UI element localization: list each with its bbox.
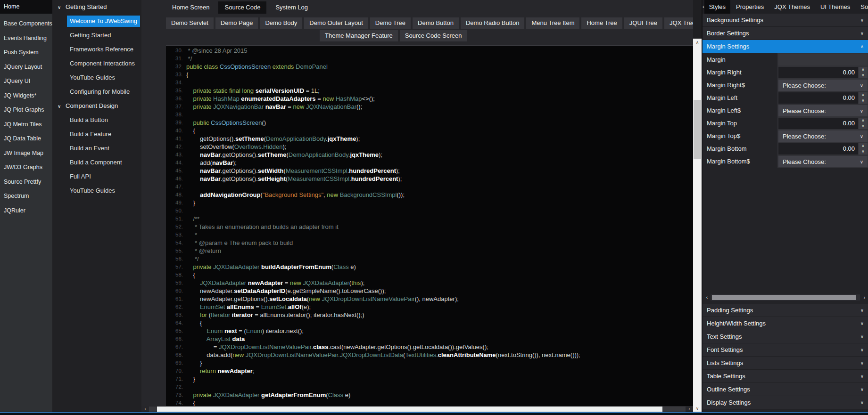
hscroll-thumb[interactable] bbox=[157, 407, 662, 412]
panel-hscroll-thumb[interactable] bbox=[712, 295, 856, 300]
sidebar-item-push-system[interactable]: Push System bbox=[0, 45, 52, 60]
accordion-margin-settings[interactable]: Margin Settings∧ bbox=[703, 40, 868, 53]
accordion-padding-settings[interactable]: Padding Settings∨ bbox=[703, 304, 868, 317]
line-number: 37. bbox=[166, 103, 183, 111]
accordion-text-settings[interactable]: Text Settings∨ bbox=[703, 330, 868, 343]
code-line: 66. ArrayList data bbox=[166, 335, 693, 343]
vscroll-thumb[interactable] bbox=[694, 100, 701, 159]
scroll-up-icon[interactable]: ∧ bbox=[693, 39, 702, 46]
tree-item-build-an-event[interactable]: Build an Event bbox=[52, 141, 141, 155]
accordion-lists-settings[interactable]: Lists Settings∨ bbox=[703, 357, 868, 370]
sidebar-item-jw-d3-graphs[interactable]: JW/D3 Graphs bbox=[0, 160, 52, 175]
tab-styles[interactable]: Styles bbox=[704, 0, 730, 14]
code-hscrollbar[interactable]: ‹ › bbox=[141, 406, 693, 412]
tab-properties[interactable]: Properties bbox=[731, 0, 769, 14]
tab-demo-radio-button[interactable]: Demo Radio Button bbox=[461, 17, 524, 29]
label-margin-left: Margin Left bbox=[703, 91, 777, 104]
panel-hscrollbar[interactable]: ‹ › bbox=[703, 293, 868, 301]
code-vscrollbar[interactable]: ∧ ∨ bbox=[693, 39, 702, 412]
tree-item-youtube-guides[interactable]: YouTube Guides bbox=[52, 184, 141, 198]
accordion-display-settings[interactable]: Display Settings∨ bbox=[703, 396, 868, 409]
tab-demo-outer-layout[interactable]: Demo Outer Layout bbox=[304, 17, 368, 29]
spinner-down-icon[interactable]: ∨ bbox=[859, 98, 868, 104]
tree-item-youtube-guides[interactable]: YouTube Guides bbox=[52, 71, 141, 85]
tree-item-build-a-button[interactable]: Build a Button bbox=[52, 113, 141, 127]
tree-group-component-design[interactable]: ∨Component Design bbox=[52, 99, 141, 113]
input-margin-left[interactable]: 0.00 bbox=[778, 92, 858, 104]
tab-source[interactable]: Source bbox=[856, 0, 868, 14]
sidebar-item-events-handling[interactable]: Events Handling bbox=[0, 31, 52, 46]
line-number: 48. bbox=[166, 191, 183, 199]
tree-item-welcome-to-jwebswing[interactable]: Welcome To JWebSwing bbox=[52, 14, 141, 28]
sidebar-item-jquery-ui[interactable]: JQuery UI bbox=[0, 74, 52, 89]
spinner-up-icon[interactable]: ∧ bbox=[859, 118, 868, 123]
tab-theme-manager-feature[interactable]: Theme Manager Feature bbox=[320, 30, 398, 41]
code-text: private JQXDataAdapter getAdapterFromEnu… bbox=[183, 391, 350, 399]
tab-home-tree[interactable]: Home Tree bbox=[581, 17, 622, 29]
code-text: EnumSet allEnums = EnumSet.allOf(e); bbox=[183, 303, 311, 311]
tab-demo-servlet[interactable]: Demo Servlet bbox=[166, 17, 214, 29]
tab-home-screen[interactable]: Home Screen bbox=[166, 1, 215, 14]
scroll-right-icon[interactable]: › bbox=[861, 295, 868, 300]
accordion-font-settings[interactable]: Font Settings∨ bbox=[703, 343, 868, 357]
input-margin-right[interactable]: 0.00 bbox=[778, 67, 858, 78]
code-editor[interactable]: 30. * @since 28 Apr 201531. */32.public … bbox=[166, 45, 693, 406]
sidebar-item-jq-plot-graphs[interactable]: JQ Plot Graphs bbox=[0, 103, 52, 117]
accordion-outline-settings[interactable]: Outline Settings∨ bbox=[703, 383, 868, 396]
scroll-left-icon[interactable]: ‹ bbox=[141, 406, 149, 412]
tab-source-code[interactable]: Source Code bbox=[218, 1, 266, 14]
tree-item-component-interactions[interactable]: Component Interactions bbox=[52, 57, 141, 71]
tab-demo-button[interactable]: Demo Button bbox=[413, 17, 459, 29]
tab-source-code-screen[interactable]: Source Code Screen bbox=[400, 30, 467, 41]
input-margin-bottom[interactable]: 0.00 bbox=[778, 143, 858, 155]
select-margin-right[interactable]: Please Choose:∨ bbox=[778, 80, 868, 91]
sidebar-item-home[interactable]: Home bbox=[0, 0, 52, 14]
accordion-background-settings[interactable]: Background Settings∨ bbox=[703, 14, 868, 27]
sidebar-item-jq-metro-tiles[interactable]: JQ Metro Tiles bbox=[0, 117, 52, 132]
accordion-height-width-settings[interactable]: Height/Width Settings∨ bbox=[703, 317, 868, 330]
scroll-down-icon[interactable]: ∨ bbox=[693, 405, 702, 412]
sidebar-item-source-prettfy[interactable]: Source Prettfy bbox=[0, 175, 52, 189]
tree-item-full-api[interactable]: Full API bbox=[52, 170, 141, 184]
sidebar-item-jquery-layout[interactable]: JQuery Layout bbox=[0, 60, 52, 74]
tree-item-build-a-feature[interactable]: Build a Feature bbox=[52, 127, 141, 141]
input-margin[interactable] bbox=[778, 54, 868, 65]
sidebar-item-jq-widgets[interactable]: JQ Widgets* bbox=[0, 89, 52, 103]
sidebar-item-jq-data-table[interactable]: JQ Data Table bbox=[0, 131, 52, 146]
accordion-table-settings[interactable]: Table Settings∨ bbox=[703, 370, 868, 383]
tab-jqui-tree[interactable]: JQUI Tree bbox=[624, 17, 662, 29]
chevron-down-icon: ∨ bbox=[860, 370, 864, 382]
tree-item-build-a-component[interactable]: Build a Component bbox=[52, 155, 141, 170]
input-margin-top[interactable]: 0.00 bbox=[778, 118, 858, 129]
sidebar-item-spectrum[interactable]: Spectrum bbox=[0, 189, 52, 203]
spinner-down-icon[interactable]: ∨ bbox=[859, 149, 868, 155]
tab-jqx-themes[interactable]: JQX Themes bbox=[769, 0, 815, 14]
scroll-left-icon[interactable]: ‹ bbox=[703, 295, 711, 300]
select-margin-left[interactable]: Please Choose:∨ bbox=[778, 105, 868, 116]
spinner-up-icon[interactable]: ∧ bbox=[859, 67, 868, 73]
tree-item-configuring-for-mobile[interactable]: Configuring for Mobile bbox=[52, 85, 141, 99]
panel-hscroll-track[interactable] bbox=[711, 294, 860, 301]
tab-ui-themes[interactable]: UI Themes bbox=[816, 0, 855, 14]
hscroll-track[interactable] bbox=[149, 407, 686, 412]
spinner-up-icon[interactable]: ∧ bbox=[859, 143, 868, 149]
tab-system-log[interactable]: System Log bbox=[269, 1, 314, 14]
tree-group-getting-started[interactable]: ∨Getting Started bbox=[52, 0, 141, 14]
spinner-down-icon[interactable]: ∨ bbox=[859, 123, 868, 129]
sidebar-item-jqruler[interactable]: JQRuler bbox=[0, 203, 52, 218]
tab-demo-tree[interactable]: Demo Tree bbox=[370, 17, 411, 29]
tab-demo-page[interactable]: Demo Page bbox=[215, 17, 258, 29]
accordion-border-settings[interactable]: Border Settings∨ bbox=[703, 27, 868, 40]
select-margin-bottom[interactable]: Please Choose:∨ bbox=[778, 156, 868, 167]
demo-tree: ∨Getting StartedWelcome To JWebSwingGett… bbox=[52, 0, 141, 412]
sidebar-item-jw-image-map[interactable]: JW Image Map bbox=[0, 146, 52, 161]
tree-item-getting-started[interactable]: Getting Started bbox=[52, 28, 141, 42]
tab-menu-tree-item[interactable]: Menu Tree Item bbox=[526, 17, 579, 29]
tree-item-frameworks-reference[interactable]: Frameworks Reference bbox=[52, 42, 141, 57]
sidebar-item-base-components[interactable]: Base Components bbox=[0, 16, 52, 31]
spinner-down-icon[interactable]: ∨ bbox=[859, 73, 868, 78]
spinner-up-icon[interactable]: ∧ bbox=[859, 92, 868, 98]
select-margin-top[interactable]: Please Choose:∨ bbox=[778, 130, 868, 142]
tab-demo-body[interactable]: Demo Body bbox=[260, 17, 302, 29]
scroll-right-icon[interactable]: › bbox=[686, 406, 693, 412]
